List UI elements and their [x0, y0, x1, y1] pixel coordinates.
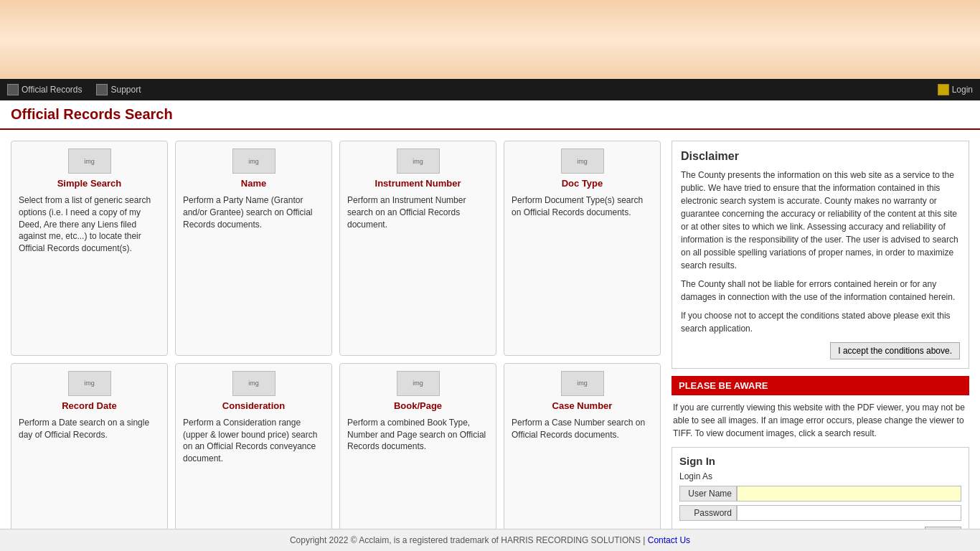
footer-text: Copyright 2022 © Acclaim, is a registere…: [290, 535, 645, 545]
main-content: img Simple Search Select from a list of …: [0, 130, 980, 551]
card-record-date[interactable]: img Record Date Perform a Date search on…: [11, 363, 168, 551]
card-book-page[interactable]: img Book/Page Perform a combined Book Ty…: [339, 363, 496, 551]
disclaimer-para2: The County shall not be liable for error…: [681, 278, 960, 303]
disclaimer-para3: If you choose not to accept the conditio…: [681, 309, 960, 335]
card-simple-search[interactable]: img Simple Search Select from a list of …: [11, 141, 168, 356]
please-aware-bar: PLEASE BE AWARE: [672, 376, 969, 395]
accept-conditions-button[interactable]: I accept the conditions above.: [830, 342, 960, 359]
card-record-date-title: Record Date: [19, 400, 160, 411]
signin-title: Sign In: [679, 455, 961, 467]
card-book-page-desc: Perform a combined Book Type, Number and…: [347, 417, 489, 453]
case-number-icon: img: [561, 371, 604, 396]
password-row: Password: [679, 505, 961, 521]
password-input[interactable]: [737, 505, 961, 521]
contact-us-link[interactable]: Contact Us: [648, 535, 690, 545]
official-records-icon: [7, 84, 19, 95]
nav-bar: Official Records Support Login: [0, 79, 980, 100]
card-name[interactable]: img Name Perform a Party Name (Grantor a…: [175, 141, 332, 356]
card-record-date-desc: Perform a Date search on a single day of…: [19, 417, 160, 441]
disclaimer-title: Disclaimer: [681, 150, 960, 163]
nav-official-records[interactable]: Official Records: [7, 84, 82, 95]
nav-official-records-label: Official Records: [22, 85, 82, 95]
login-icon: [938, 84, 949, 95]
card-book-page-title: Book/Page: [347, 400, 489, 411]
footer: Copyright 2022 © Acclaim, is a registere…: [0, 529, 980, 551]
nav-support-label: Support: [110, 85, 141, 95]
card-name-title: Name: [183, 178, 324, 189]
card-name-desc: Perform a Party Name (Grantor and/or Gra…: [183, 194, 324, 230]
sidebar: Disclaimer The County presents the infor…: [672, 141, 969, 551]
card-consideration[interactable]: img Consideration Perform a Consideratio…: [175, 363, 332, 551]
instrument-number-icon: img: [397, 149, 440, 174]
simple-search-icon: img: [68, 149, 111, 174]
record-date-icon: img: [68, 371, 111, 396]
card-consideration-desc: Perform a Consideration range (upper & l…: [183, 417, 324, 465]
top-banner: [0, 0, 980, 79]
login-as-label: Login As: [679, 471, 961, 481]
page-title: Official Records Search: [11, 106, 969, 123]
nav-login[interactable]: Login: [938, 84, 973, 95]
please-aware-text: If you are currently viewing this websit…: [672, 401, 969, 440]
card-case-number-desc: Perform a Case Number search on Official…: [512, 417, 653, 441]
card-doc-type-title: Doc Type: [512, 178, 653, 189]
book-page-icon: img: [397, 371, 440, 396]
card-doc-type[interactable]: img Doc Type Perform Document Type(s) se…: [504, 141, 661, 356]
password-label: Password: [679, 505, 737, 521]
support-icon: [96, 84, 108, 95]
disclaimer-box: Disclaimer The County presents the infor…: [672, 141, 969, 369]
card-simple-search-title: Simple Search: [19, 178, 160, 189]
card-case-number-title: Case Number: [512, 400, 653, 411]
card-simple-search-desc: Select from a list of generic search opt…: [19, 194, 160, 255]
card-instrument-number-desc: Perform an Instrument Number search on a…: [347, 194, 489, 230]
name-icon: img: [232, 149, 275, 174]
nav-support[interactable]: Support: [96, 84, 141, 95]
username-row: User Name: [679, 486, 961, 501]
search-grid: img Simple Search Select from a list of …: [11, 141, 661, 551]
card-instrument-number[interactable]: img Instrument Number Perform an Instrum…: [339, 141, 496, 356]
card-consideration-title: Consideration: [183, 400, 324, 411]
username-label: User Name: [679, 486, 737, 501]
doc-type-icon: img: [561, 149, 604, 174]
disclaimer-para1: The County presents the information on t…: [681, 169, 960, 272]
card-instrument-number-title: Instrument Number: [347, 178, 489, 189]
nav-login-label: Login: [952, 85, 973, 95]
page-title-bar: Official Records Search: [0, 100, 980, 130]
username-input[interactable]: [737, 486, 961, 501]
card-case-number[interactable]: img Case Number Perform a Case Number se…: [504, 363, 661, 551]
consideration-icon: img: [232, 371, 275, 396]
card-doc-type-desc: Perform Document Type(s) search on Offic…: [512, 194, 653, 219]
